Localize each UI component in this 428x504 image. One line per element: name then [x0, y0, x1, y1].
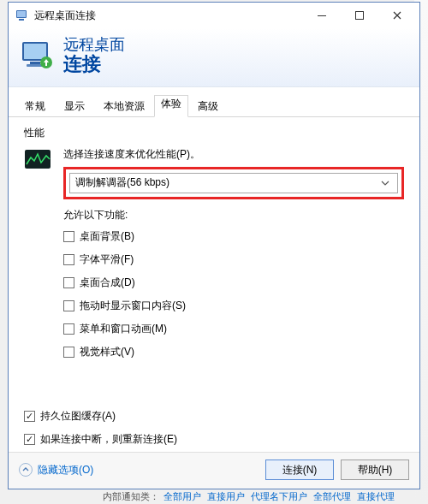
check-label: 如果连接中断，则重新连接(E) [40, 432, 177, 447]
feature-checklist: 桌面背景(B) 字体平滑(F) 桌面合成(D) 拖动时显示窗口内容(S) [63, 229, 404, 359]
check-show-drag[interactable]: 拖动时显示窗口内容(S) [63, 299, 404, 313]
checkbox-icon [63, 347, 74, 358]
monitor-icon [21, 40, 55, 71]
chevron-up-icon [19, 463, 33, 477]
tab-content: 性能 选择连接速度来优化性能(P)。 调制解调器(56 kbps) [9, 117, 419, 409]
header-text: 远程桌面 连接 [63, 37, 125, 74]
header-line1: 远程桌面 [63, 37, 125, 54]
svg-rect-10 [25, 150, 51, 169]
help-button[interactable]: 帮助(H) [341, 460, 409, 480]
checkbox-icon [63, 254, 74, 265]
svg-rect-6 [24, 44, 46, 59]
header-banner: 远程桌面 连接 [9, 28, 419, 87]
svg-rect-1 [17, 11, 26, 17]
status-label: 内部通知类： [103, 491, 159, 501]
tab-local-resources[interactable]: 本地资源 [94, 95, 154, 117]
checkbox-checked-icon [24, 434, 35, 445]
status-link-all-users[interactable]: 全部用户 [163, 491, 201, 501]
status-link-direct-users[interactable]: 直接用户 [207, 491, 245, 501]
svg-rect-7 [30, 62, 40, 64]
maximize-button[interactable] [341, 3, 378, 27]
window-controls [303, 3, 416, 27]
group-performance-label: 性能 [24, 126, 404, 140]
close-button[interactable] [378, 3, 416, 27]
bottom-options: 持久位图缓存(A) 如果连接中断，则重新连接(E) [9, 409, 419, 452]
minimize-button[interactable] [303, 3, 341, 27]
check-label: 菜单和窗口动画(M) [80, 322, 167, 336]
check-label: 桌面背景(B) [80, 229, 134, 244]
footer: 隐藏选项(O) 连接(N) 帮助(H) [9, 452, 419, 489]
connection-speed-combo[interactable]: 调制解调器(56 kbps) [69, 173, 398, 193]
status-link-all-agents[interactable]: 全部代理 [313, 491, 351, 501]
chevron-down-icon [378, 174, 392, 193]
svg-rect-2 [19, 19, 24, 21]
check-label: 桌面合成(D) [80, 276, 135, 290]
check-label: 拖动时显示窗口内容(S) [80, 299, 186, 313]
connect-button[interactable]: 连接(N) [265, 460, 334, 480]
background-status-bar: 内部通知类： 全部用户 直接用户 代理名下用户 全部代理 直接代理 [0, 490, 428, 504]
tab-general[interactable]: 常规 [15, 95, 55, 117]
allow-label: 允许以下功能: [63, 208, 404, 222]
titlebar: 远程桌面连接 [9, 3, 419, 28]
speed-combo-highlight: 调制解调器(56 kbps) [63, 167, 404, 199]
check-visual-styles[interactable]: 视觉样式(V) [63, 345, 404, 359]
tab-display[interactable]: 显示 [55, 95, 94, 117]
perf-prompt: 选择连接速度来优化性能(P)。 [63, 147, 404, 162]
connection-speed-value: 调制解调器(56 kbps) [75, 175, 169, 190]
rdc-window: 远程桌面连接 远程桌面 连接 常规 显示 本地资源 体验 高级 [8, 2, 420, 489]
check-label: 视觉样式(V) [80, 345, 134, 359]
status-link-direct-agents[interactable]: 直接代理 [357, 491, 395, 501]
tab-advanced[interactable]: 高级 [188, 95, 228, 117]
svg-rect-4 [356, 12, 364, 20]
titlebar-title: 远程桌面连接 [34, 9, 303, 23]
check-label: 字体平滑(F) [80, 252, 134, 267]
app-icon [15, 9, 29, 22]
svg-rect-3 [318, 15, 326, 16]
hide-options-link[interactable]: 隐藏选项(O) [19, 463, 259, 477]
hide-options-label: 隐藏选项(O) [38, 463, 93, 477]
check-desktop-bg[interactable]: 桌面背景(B) [63, 229, 404, 244]
performance-icon [24, 149, 51, 169]
status-link-agent-users[interactable]: 代理名下用户 [251, 491, 307, 501]
check-bitmap-cache[interactable]: 持久位图缓存(A) [24, 409, 404, 424]
check-desktop-composition[interactable]: 桌面合成(D) [63, 276, 404, 290]
check-reconnect[interactable]: 如果连接中断，则重新连接(E) [24, 432, 404, 447]
tab-experience[interactable]: 体验 [154, 95, 188, 117]
checkbox-checked-icon [24, 411, 35, 422]
checkbox-icon [63, 323, 74, 335]
checkbox-icon [63, 277, 74, 288]
checkbox-icon [63, 231, 74, 242]
check-menu-anim[interactable]: 菜单和窗口动画(M) [63, 322, 404, 336]
checkbox-icon [63, 300, 74, 311]
check-label: 持久位图缓存(A) [40, 409, 116, 424]
header-line2: 连接 [63, 54, 125, 74]
check-font-smoothing[interactable]: 字体平滑(F) [63, 252, 404, 267]
tab-strip: 常规 显示 本地资源 体验 高级 [9, 87, 419, 117]
